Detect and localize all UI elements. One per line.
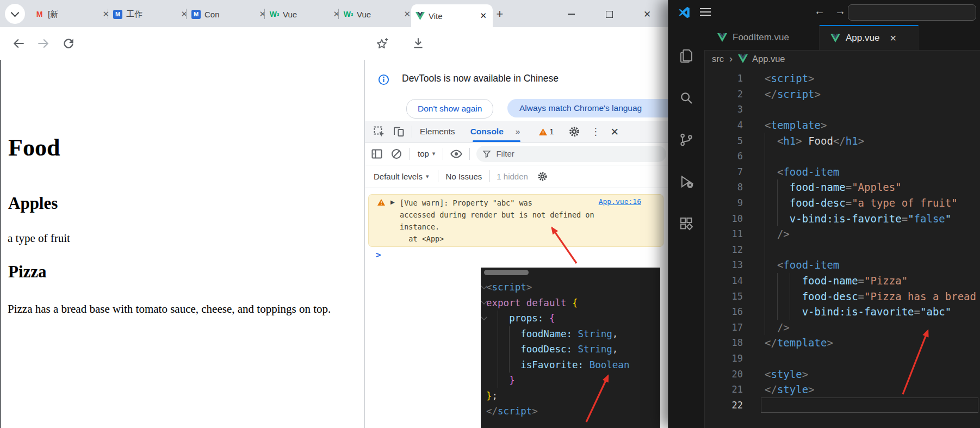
inspect-element-icon[interactable] (373, 125, 386, 138)
breadcrumb-folder[interactable]: src (712, 54, 724, 64)
code-line[interactable]: 10 v-bind:is-favorite="false" (704, 210, 980, 226)
browser-tab-vue1[interactable]: W3 Vue ✕ (265, 5, 346, 23)
section-heading-apples: Apples (8, 194, 58, 213)
menu-hamburger-icon[interactable] (700, 8, 711, 16)
tab-separator (264, 9, 265, 19)
command-search-box[interactable] (848, 4, 976, 21)
code-text: </template> (765, 337, 833, 349)
maximize-button[interactable] (597, 8, 621, 21)
device-toolbar-icon[interactable] (392, 125, 405, 138)
browser-tab-con[interactable]: M Con ✕ (187, 5, 272, 23)
line-number: 22 (704, 400, 743, 411)
code-line[interactable]: 4<template> (704, 117, 980, 133)
browser-tab-work[interactable]: M 工作 ✕ (109, 5, 194, 23)
source-link[interactable]: App.vue:16 (599, 197, 641, 206)
code-line[interactable]: 12 (704, 242, 980, 258)
default-levels-dropdown[interactable]: Default levels (374, 172, 423, 181)
code-line[interactable]: 7 <food-item (704, 164, 980, 180)
forward-icon[interactable] (36, 36, 50, 51)
context-selector[interactable]: top (418, 149, 429, 158)
code-line[interactable]: 20<style> (704, 366, 980, 382)
code-line: isFavorite: Boolean (486, 357, 629, 373)
code-line[interactable]: 1<script> (704, 71, 980, 86)
devtools-menu-icon[interactable]: ⋮ (591, 126, 600, 138)
more-tabs-icon[interactable]: » (516, 127, 520, 137)
no-issues-label[interactable]: No Issues (446, 172, 482, 181)
minimize-button[interactable] (559, 8, 583, 21)
source-control-icon[interactable] (678, 132, 694, 148)
expand-triangle-icon[interactable]: ▶ (390, 199, 395, 205)
code-line[interactable]: 19 (704, 351, 980, 367)
code-line[interactable]: 15 food-desc="Pizza has a bread (704, 288, 980, 304)
code-line[interactable]: 9 food-desc="a type of fruit" (704, 195, 980, 211)
collections-star-icon[interactable] (375, 36, 389, 51)
reload-icon[interactable] (61, 36, 76, 51)
console-warning-entry[interactable]: ▶ [Vue warn]: Property "abc" was accesse… (368, 194, 663, 247)
code-line[interactable]: 21</style> (704, 382, 980, 398)
w3schools-icon: W3 (270, 10, 279, 19)
code-line[interactable]: 16 v-bind:is-favorite="abc" (704, 304, 980, 320)
section-body-pizza: Pizza has a bread base with tomato sauce… (8, 302, 360, 317)
new-tab-button[interactable]: + (493, 7, 507, 21)
tab-close-icon[interactable]: ✕ (478, 11, 488, 21)
nav-back-icon[interactable]: ← (814, 5, 825, 17)
warning-badge[interactable]: 1 (538, 127, 554, 136)
hidden-messages-label[interactable]: 1 hidden (497, 172, 528, 181)
code-line: export default { (486, 295, 629, 311)
maximize-icon (606, 11, 613, 18)
code-line[interactable]: 22 (704, 397, 980, 413)
code-line[interactable]: 8 food-name="Apples" (704, 179, 980, 195)
browser-tab-vite-active[interactable]: Vite ✕ (411, 4, 493, 27)
tab-elements[interactable]: Elements (420, 127, 455, 137)
code-text: <template> (765, 119, 827, 131)
line-number: 3 (704, 104, 743, 115)
line-number: 6 (704, 151, 743, 162)
breadcrumb-file[interactable]: App.vue (752, 54, 785, 64)
console-levels-bar: Default levels ▾ No Issues 1 hidden (365, 165, 668, 188)
console-filter-input[interactable]: Filter (476, 146, 666, 162)
code-line[interactable]: 13 <food-item (704, 257, 980, 273)
clear-console-icon[interactable] (390, 147, 403, 160)
vue-icon (830, 34, 840, 42)
browser-tab-gmail[interactable]: M [新 ✕ (30, 5, 115, 23)
back-icon[interactable] (12, 36, 26, 51)
settings-gear-icon[interactable] (568, 125, 581, 138)
m-site-icon: M (113, 10, 122, 19)
console-settings-gear-icon[interactable] (537, 171, 548, 182)
tab-console[interactable]: Console (470, 127, 504, 137)
editor-tab-fooditem[interactable]: FoodItem.vue (704, 25, 820, 50)
line-number: 20 (704, 369, 743, 380)
extensions-icon[interactable] (678, 215, 694, 232)
code-line: </script> (486, 404, 629, 419)
code-line[interactable]: 14 food-name="Pizza" (704, 273, 980, 289)
search-icon[interactable] (678, 90, 694, 106)
live-expression-eye-icon[interactable] (450, 147, 463, 160)
download-icon[interactable] (411, 36, 425, 51)
devtools-tab-bar: Elements Console » 1 ⋮ ✕ (365, 121, 668, 143)
run-debug-icon[interactable] (678, 173, 694, 190)
code-text: <style> (765, 368, 808, 380)
code-line[interactable]: 2</script> (704, 86, 980, 102)
code-text: props: { (486, 313, 555, 324)
code-line[interactable]: 11 /> (704, 226, 980, 242)
explorer-icon[interactable] (678, 48, 694, 64)
code-editor[interactable]: 1<script>2</script>34<template>5 <h1> Fo… (704, 67, 980, 428)
tab-separator (186, 9, 187, 19)
code-text: food-name="Apples" (765, 181, 902, 193)
tab-close-icon[interactable]: ✕ (889, 33, 896, 44)
code-line[interactable]: 18</template> (704, 335, 980, 351)
close-button[interactable]: ✕ (635, 8, 659, 21)
code-line[interactable]: 17 /> (704, 320, 980, 336)
browser-tab-vue2[interactable]: W3 Vue ✕ (339, 5, 417, 23)
screenshot-root: M [新 ✕ M 工作 ✕ M Con ✕ W3 Vue ✕ (0, 0, 980, 428)
code-line[interactable]: 3 (704, 102, 980, 117)
code-line[interactable]: 6 (704, 148, 980, 164)
nav-forward-icon[interactable]: → (835, 5, 846, 17)
dont-show-again-button[interactable]: Don't show again (406, 99, 493, 119)
editor-tab-appvue[interactable]: App.vue ✕ (820, 25, 919, 50)
devtools-close-icon[interactable]: ✕ (610, 126, 619, 138)
code-line[interactable]: 5 <h1> Food</h1> (704, 133, 980, 148)
console-sidebar-icon[interactable] (370, 147, 383, 160)
tab-search-button[interactable] (5, 4, 25, 24)
console-prompt[interactable]: > (376, 250, 381, 260)
